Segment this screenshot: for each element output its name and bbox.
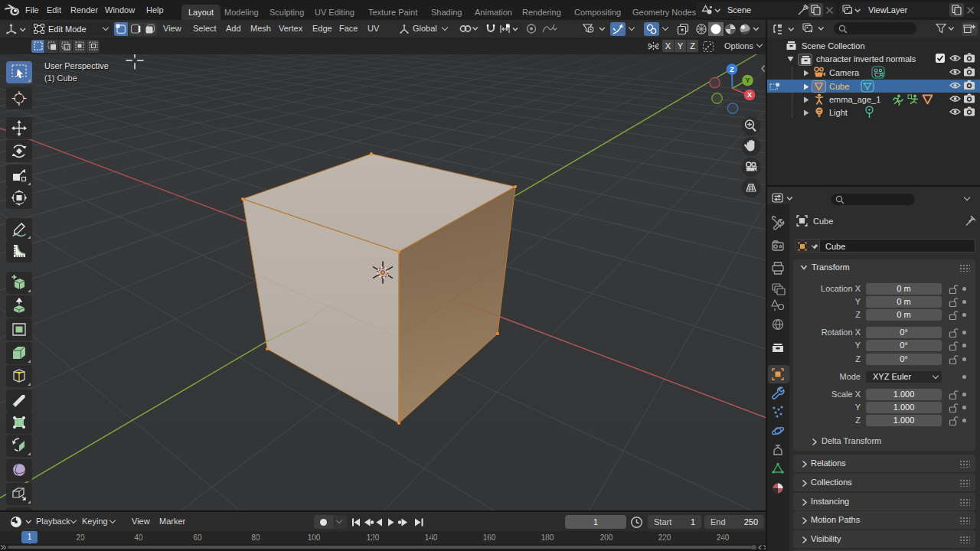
svg-text:Y: Y bbox=[745, 77, 750, 84]
svg-text:Z: Z bbox=[730, 66, 734, 73]
svg-text:X: X bbox=[747, 91, 752, 99]
